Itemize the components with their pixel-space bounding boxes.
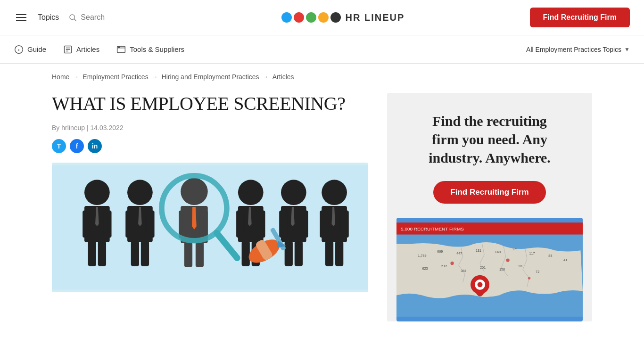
logo[interactable]: HR LINEUP — [281, 12, 405, 23]
svg-rect-26 — [141, 241, 149, 266]
svg-rect-39 — [236, 211, 244, 238]
breadcrumb-arrow-1: → — [73, 74, 79, 80]
svg-point-12 — [119, 47, 120, 47]
employment-topics-dropdown[interactable]: All Employment Practices Topics ▼ — [526, 46, 630, 53]
breadcrumb-home[interactable]: Home — [52, 73, 69, 81]
svg-text:447: 447 — [456, 251, 462, 255]
svg-rect-55 — [325, 241, 333, 266]
svg-text:88: 88 — [548, 254, 552, 258]
ad-headline-line3: industry. Anywhere. — [429, 150, 551, 165]
ad-box: Find the recruiting firm you need. Any i… — [387, 93, 592, 321]
svg-point-21 — [127, 180, 153, 205]
svg-rect-53 — [320, 211, 328, 238]
svg-rect-16 — [83, 211, 91, 238]
svg-text:512: 512 — [441, 264, 447, 268]
linkedin-share-button[interactable]: in — [88, 139, 102, 153]
svg-point-85 — [506, 258, 509, 262]
article-title: WHAT IS EMPLOYEE SCREENING? — [52, 93, 368, 115]
svg-text:5,000 RECRUITMENT FIRMS: 5,000 RECRUITMENT FIRMS — [401, 226, 464, 231]
svg-rect-46 — [279, 211, 287, 238]
social-icons: T f in — [52, 139, 368, 153]
svg-rect-48 — [285, 241, 293, 266]
ad-headline-line2: firm you need. Any — [432, 132, 547, 147]
svg-rect-41 — [242, 241, 250, 266]
svg-rect-33 — [196, 242, 204, 267]
tools-nav-item[interactable]: Tools & Suppliers — [116, 45, 184, 54]
logo-circle-5 — [330, 12, 341, 23]
dropdown-arrow-icon: ▼ — [624, 46, 630, 53]
svg-text:623: 623 — [422, 266, 428, 271]
svg-rect-30 — [179, 211, 187, 239]
twitter-share-button[interactable]: T — [52, 139, 66, 153]
svg-text:201: 201 — [480, 265, 486, 270]
tools-label: Tools & Suppliers — [130, 45, 184, 53]
svg-text:93: 93 — [519, 264, 522, 268]
articles-nav-item[interactable]: Articles — [63, 45, 99, 54]
facebook-share-button[interactable]: f — [70, 139, 84, 153]
ad-find-recruiting-button[interactable]: Find Recruiting Firm — [433, 181, 545, 204]
guide-icon — [14, 45, 24, 54]
search-input[interactable] — [81, 13, 156, 22]
guide-nav-item[interactable]: Guide — [14, 45, 46, 54]
logo-circles — [281, 12, 341, 23]
top-nav: Topics HR LINEUP Find Recruiting Firm — [0, 0, 644, 35]
article-author: hrlineup — [61, 124, 85, 132]
logo-text: HR LINEUP — [346, 12, 405, 23]
svg-rect-17 — [103, 211, 111, 238]
svg-rect-24 — [146, 211, 154, 238]
svg-rect-31 — [199, 211, 207, 239]
svg-rect-54 — [341, 211, 349, 238]
main-content: WHAT IS EMPLOYEE SCREENING? By hrlineup … — [0, 88, 644, 336]
svg-point-11 — [118, 47, 119, 47]
svg-point-28 — [181, 178, 208, 206]
svg-point-0 — [70, 15, 75, 20]
secondary-nav: Guide Articles Tools & Suppliers All Emp… — [0, 35, 644, 64]
svg-rect-47 — [300, 211, 308, 238]
ad-headline: Find the recruiting firm you need. Any i… — [429, 112, 551, 167]
article-image — [52, 163, 368, 292]
svg-rect-32 — [184, 242, 192, 267]
breadcrumb-arrow-2: → — [152, 74, 158, 80]
article-date: 14.03.2022 — [90, 124, 123, 132]
ad-headline-line1: Find the recruiting — [432, 113, 547, 129]
logo-circle-3 — [306, 12, 316, 23]
tools-icon — [116, 45, 126, 54]
ad-map: 5,000 RECRUITMENT FIRMS 1,789 669 447 13… — [396, 218, 583, 321]
svg-point-37 — [238, 180, 264, 205]
breadcrumb-employment-practices[interactable]: Employment Practices — [83, 73, 148, 81]
guide-label: Guide — [27, 45, 46, 53]
svg-point-86 — [528, 277, 530, 279]
find-recruiting-button[interactable]: Find Recruiting Firm — [530, 8, 630, 27]
article-content: WHAT IS EMPLOYEE SCREENING? By hrlineup … — [52, 93, 368, 321]
article-by: By — [52, 124, 59, 132]
hamburger-button[interactable] — [14, 12, 28, 23]
employment-dropdown-label: All Employment Practices Topics — [526, 46, 621, 53]
svg-text:156: 156 — [499, 267, 505, 272]
svg-point-84 — [450, 262, 454, 265]
logo-circle-1 — [281, 12, 292, 23]
svg-point-14 — [84, 180, 110, 205]
search-area — [68, 13, 156, 22]
svg-text:171: 171 — [512, 247, 518, 251]
svg-text:72: 72 — [536, 270, 539, 274]
svg-text:117: 117 — [529, 251, 535, 255]
sidebar: Find the recruiting firm you need. Any i… — [387, 93, 592, 321]
breadcrumb-hiring[interactable]: Hiring and Employment Practices — [162, 73, 259, 81]
breadcrumb-articles: Articles — [272, 73, 294, 81]
articles-label: Articles — [76, 45, 99, 53]
logo-circle-2 — [294, 12, 304, 23]
svg-text:1,789: 1,789 — [418, 254, 426, 258]
svg-rect-19 — [98, 241, 106, 266]
svg-text:131: 131 — [476, 248, 481, 253]
svg-text:669: 669 — [437, 249, 443, 254]
breadcrumb: Home → Employment Practices → Hiring and… — [0, 64, 644, 88]
svg-rect-18 — [88, 241, 96, 266]
svg-text:384: 384 — [461, 269, 466, 273]
svg-text:41: 41 — [563, 258, 567, 262]
svg-rect-56 — [335, 241, 343, 266]
svg-point-51 — [322, 180, 347, 205]
svg-line-1 — [74, 19, 76, 21]
topics-label[interactable]: Topics — [38, 13, 59, 22]
svg-point-83 — [478, 282, 483, 287]
search-icon — [68, 13, 77, 22]
